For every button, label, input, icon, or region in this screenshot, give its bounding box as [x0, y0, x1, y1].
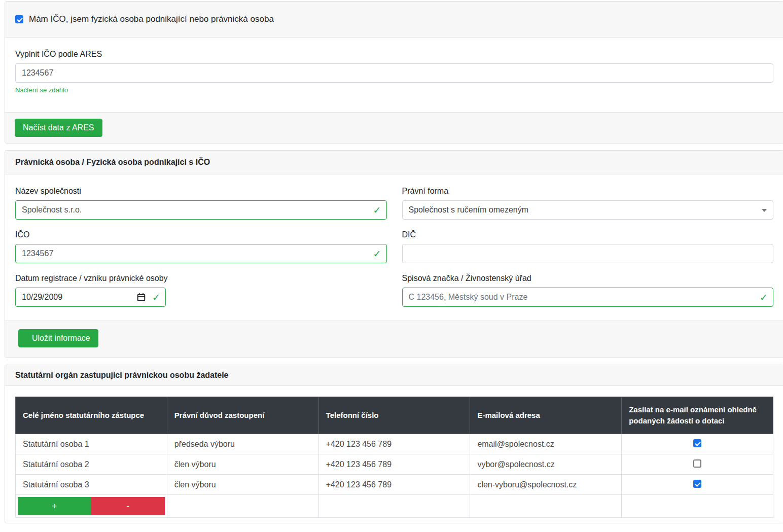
- legal-form-field: Právní forma Společnost s ručením omezen…: [402, 187, 774, 220]
- company-name-input[interactable]: [15, 200, 387, 220]
- have-ico-checkbox-label: Mám IČO, jsem fyzická osoba podnikající …: [29, 14, 274, 24]
- ares-ico-field-wrap: [15, 63, 773, 83]
- company-name-label: Název společnosti: [15, 187, 387, 196]
- ares-card-body: Vyplnit IČO podle ARES Načtení se zdařil…: [5, 38, 783, 112]
- col-header-phone: Telefonní číslo: [318, 397, 470, 434]
- statutory-table: Celé jméno statutárního zástupce Právní …: [15, 397, 773, 518]
- ico-label: IČO: [15, 230, 387, 239]
- company-card-header: Právnická osoba / Fyzická osoba podnikaj…: [5, 151, 783, 174]
- cell-name: Statutární osoba 1: [16, 434, 167, 454]
- statutory-card-body: Celé jméno statutárního zástupce Právní …: [5, 386, 783, 523]
- save-info-button[interactable]: Uložit informace: [18, 329, 98, 347]
- table-row: Statutární osoba 1 předseda výboru +420 …: [16, 434, 773, 454]
- ares-card-footer: Načíst data z ARES: [5, 112, 783, 143]
- empty-cell: [622, 495, 773, 518]
- cell-notify: [622, 475, 773, 495]
- cell-notify: [622, 454, 773, 475]
- calendar-icon[interactable]: [137, 293, 146, 302]
- statutory-card-header: Statutární orgán zastupující právnickou …: [5, 365, 783, 386]
- cell-reason: předseda výboru: [167, 434, 318, 454]
- ico-input[interactable]: [15, 244, 387, 263]
- col-header-notify: Zasílat na e-mail oznámení ohledně podan…: [622, 397, 773, 434]
- cell-email: email@spolecnost.cz: [470, 434, 622, 454]
- table-actions-row: + -: [16, 495, 773, 518]
- company-card-footer: Uložit informace: [5, 321, 783, 358]
- ares-ico-label: Vyplnit IČO podle ARES: [15, 50, 773, 59]
- load-ares-button[interactable]: Načíst data z ARES: [15, 119, 102, 137]
- dic-label: DIČ: [402, 230, 774, 239]
- table-row: Statutární osoba 3 člen výboru +420 123 …: [16, 475, 773, 495]
- col-header-reason: Právní důvod zastoupení: [167, 397, 318, 434]
- company-card-body: Název společnosti ✓ Právní forma Společn…: [5, 174, 783, 321]
- legal-form-label: Právní forma: [402, 187, 774, 196]
- add-row-button[interactable]: +: [18, 497, 91, 515]
- registration-date-label: Datum registrace / vzniku právnické osob…: [15, 274, 387, 283]
- cell-reason: člen výboru: [167, 475, 318, 495]
- notify-checkbox[interactable]: [693, 480, 701, 488]
- ares-ico-input[interactable]: [15, 63, 773, 83]
- table-row: Statutární osoba 2 člen výboru +420 123 …: [16, 454, 773, 475]
- notify-checkbox[interactable]: [693, 439, 701, 447]
- registration-date-field: Datum registrace / vzniku právnické osob…: [15, 274, 387, 307]
- ares-status-message: Načtení se zdařilo: [15, 86, 773, 94]
- cell-phone: +420 123 456 789: [318, 475, 470, 495]
- cell-phone: +420 123 456 789: [318, 454, 470, 475]
- notify-checkbox[interactable]: [693, 459, 701, 468]
- cell-name: Statutární osoba 3: [16, 475, 167, 495]
- empty-cell: [470, 495, 622, 518]
- ares-card: Mám IČO, jsem fyzická osoba podnikající …: [5, 1, 783, 144]
- remove-row-button[interactable]: -: [91, 497, 165, 515]
- company-name-field: Název společnosti ✓: [15, 187, 387, 220]
- ico-field: IČO ✓: [15, 230, 387, 263]
- cell-reason: člen výboru: [167, 454, 318, 475]
- cell-email: clen-vyboru@spolecnost.cz: [470, 475, 622, 495]
- empty-cell: [167, 495, 318, 518]
- ares-card-header: Mám IČO, jsem fyzická osoba podnikající …: [5, 2, 783, 38]
- cell-phone: +420 123 456 789: [318, 434, 470, 454]
- have-ico-checkbox[interactable]: [15, 15, 23, 23]
- dic-field: DIČ: [402, 230, 774, 263]
- cell-email: vybor@spolecnost.cz: [470, 454, 622, 475]
- chevron-down-icon: [762, 209, 767, 212]
- have-ico-checkbox-row[interactable]: Mám IČO, jsem fyzická osoba podnikající …: [15, 14, 773, 24]
- statutory-card-title: Statutární orgán zastupující právnickou …: [15, 371, 229, 379]
- col-header-name: Celé jméno statutárního zástupce: [16, 397, 167, 434]
- table-header-row: Celé jméno statutárního zástupce Právní …: [16, 397, 773, 434]
- row-actions-cell: + -: [16, 495, 167, 518]
- statutory-card: Statutární orgán zastupující právnickou …: [5, 365, 783, 523]
- file-number-input[interactable]: [402, 288, 774, 307]
- cell-name: Statutární osoba 2: [16, 454, 167, 475]
- file-number-field: Spisová značka / Živnostenský úřad ✓: [402, 274, 774, 307]
- form-page: Mám IČO, jsem fyzická osoba podnikající …: [5, 1, 783, 523]
- dic-input[interactable]: [402, 244, 774, 263]
- legal-form-select[interactable]: Společnost s ručením omezeným: [402, 200, 774, 220]
- empty-cell: [318, 495, 470, 518]
- company-card-title: Právnická osoba / Fyzická osoba podnikaj…: [15, 158, 210, 166]
- company-card: Právnická osoba / Fyzická osoba podnikaj…: [5, 150, 783, 358]
- cell-notify: [622, 434, 773, 454]
- legal-form-selected-value: Společnost s ručením omezeným: [409, 205, 529, 215]
- file-number-label: Spisová značka / Živnostenský úřad: [402, 274, 774, 283]
- col-header-email: E-mailová adresa: [470, 397, 622, 434]
